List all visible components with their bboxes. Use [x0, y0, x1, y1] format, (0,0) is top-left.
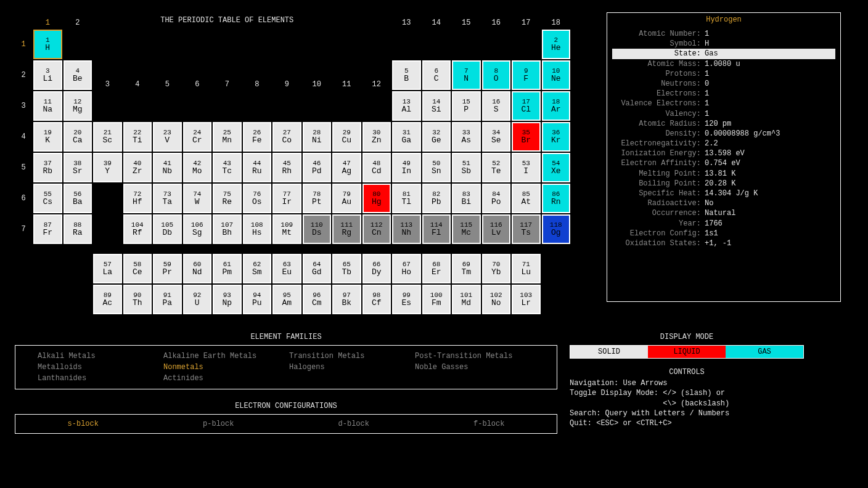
element-Sc[interactable]: 21Sc: [93, 122, 122, 152]
element-Ga[interactable]: 31Ga: [392, 122, 421, 152]
element-Md[interactable]: 101Md: [452, 285, 481, 314]
element-Ag[interactable]: 47Ag: [332, 153, 361, 182]
element-N[interactable]: 7N: [452, 60, 481, 90]
element-Ra[interactable]: 88Ra: [63, 214, 92, 244]
element-Hs[interactable]: 108Hs: [243, 214, 272, 244]
element-Te[interactable]: 52Te: [482, 153, 511, 182]
family-item[interactable]: Noble Gasses: [415, 363, 534, 372]
element-Sn[interactable]: 50Sn: [422, 153, 451, 182]
element-Tc[interactable]: 43Tc: [213, 153, 242, 182]
element-Rn[interactable]: 86Rn: [542, 184, 571, 213]
element-Rf[interactable]: 104Rf: [123, 214, 152, 244]
element-Mn[interactable]: 25Mn: [213, 122, 242, 152]
element-Co[interactable]: 27Co: [272, 122, 301, 152]
element-Yb[interactable]: 70Yb: [482, 254, 511, 283]
element-Db[interactable]: 105Db: [153, 214, 182, 244]
element-Sr[interactable]: 38Sr: [63, 153, 92, 182]
element-K[interactable]: 19K: [33, 122, 62, 152]
element-Si[interactable]: 14Si: [422, 91, 451, 121]
family-item[interactable]: Transition Metals: [289, 352, 409, 360]
element-Ti[interactable]: 22Ti: [123, 122, 152, 152]
element-Fm[interactable]: 100Fm: [422, 285, 451, 314]
family-item[interactable]: Alkali Metals: [38, 352, 157, 360]
element-Lu[interactable]: 71Lu: [512, 254, 541, 283]
element-Zr[interactable]: 40Zr: [123, 153, 152, 182]
block-item[interactable]: d-block: [338, 420, 369, 428]
element-Cl[interactable]: 17Cl: [512, 91, 541, 121]
element-Cf[interactable]: 98Cf: [362, 285, 391, 314]
element-Ca[interactable]: 20Ca: [63, 122, 92, 152]
element-Th[interactable]: 90Th: [123, 285, 152, 314]
element-Mo[interactable]: 42Mo: [183, 153, 212, 182]
element-Rh[interactable]: 45Rh: [272, 153, 301, 182]
element-Sm[interactable]: 62Sm: [243, 254, 272, 283]
element-Ac[interactable]: 89Ac: [93, 285, 122, 314]
element-Fe[interactable]: 26Fe: [243, 122, 272, 152]
element-Fr[interactable]: 87Fr: [33, 214, 62, 244]
element-Nb[interactable]: 41Nb: [153, 153, 182, 182]
family-item[interactable]: Alkaline Earth Metals: [163, 352, 283, 360]
element-Cu[interactable]: 29Cu: [332, 122, 361, 152]
element-B[interactable]: 5B: [392, 60, 421, 90]
element-I[interactable]: 53I: [512, 153, 541, 182]
mode-gas[interactable]: GAS: [726, 346, 803, 358]
element-Og[interactable]: 118Og: [542, 214, 571, 244]
element-Eu[interactable]: 63Eu: [272, 254, 301, 283]
element-S[interactable]: 16S: [482, 91, 511, 121]
element-Hg[interactable]: 80Hg: [362, 184, 391, 213]
family-item[interactable]: Post-Transition Metals: [415, 352, 534, 360]
element-Lr[interactable]: 103Lr: [512, 285, 541, 314]
element-H[interactable]: 1H: [33, 30, 62, 59]
element-La[interactable]: 57La: [93, 254, 122, 283]
element-Pr[interactable]: 59Pr: [153, 254, 182, 283]
element-C[interactable]: 6C: [422, 60, 451, 90]
element-In[interactable]: 49In: [392, 153, 421, 182]
family-item[interactable]: Halogens: [289, 363, 409, 372]
element-Ta[interactable]: 73Ta: [153, 184, 182, 213]
element-Bk[interactable]: 97Bk: [332, 285, 361, 314]
element-Lv[interactable]: 116Lv: [482, 214, 511, 244]
element-Ba[interactable]: 56Ba: [63, 184, 92, 213]
element-Tl[interactable]: 81Tl: [392, 184, 421, 213]
element-Mg[interactable]: 12Mg: [63, 91, 92, 121]
element-Ar[interactable]: 18Ar: [542, 91, 571, 121]
element-Pu[interactable]: 94Pu: [243, 285, 272, 314]
element-Ne[interactable]: 10Ne: [542, 60, 571, 90]
element-Cm[interactable]: 96Cm: [303, 285, 332, 314]
element-Li[interactable]: 3Li: [33, 60, 62, 90]
element-Rg[interactable]: 111Rg: [332, 214, 361, 244]
element-Mt[interactable]: 109Mt: [272, 214, 301, 244]
element-Am[interactable]: 95Am: [272, 285, 301, 314]
element-Y[interactable]: 39Y: [93, 153, 122, 182]
element-Se[interactable]: 34Se: [482, 122, 511, 152]
block-item[interactable]: p-block: [203, 420, 234, 428]
element-Al[interactable]: 13Al: [392, 91, 421, 121]
element-Rb[interactable]: 37Rb: [33, 153, 62, 182]
element-Ni[interactable]: 28Ni: [303, 122, 332, 152]
element-Pt[interactable]: 78Pt: [303, 184, 332, 213]
element-V[interactable]: 23V: [153, 122, 182, 152]
element-Pb[interactable]: 82Pb: [422, 184, 451, 213]
element-Tb[interactable]: 65Tb: [332, 254, 361, 283]
element-Es[interactable]: 99Es: [392, 285, 421, 314]
element-Bh[interactable]: 107Bh: [213, 214, 242, 244]
element-Hf[interactable]: 72Hf: [123, 184, 152, 213]
element-Cd[interactable]: 48Cd: [362, 153, 391, 182]
element-Ge[interactable]: 32Ge: [422, 122, 451, 152]
element-Np[interactable]: 93Np: [213, 285, 242, 314]
element-Ts[interactable]: 117Ts: [512, 214, 541, 244]
element-Tm[interactable]: 69Tm: [452, 254, 481, 283]
element-W[interactable]: 74W: [183, 184, 212, 213]
element-Po[interactable]: 84Po: [482, 184, 511, 213]
family-item[interactable]: Nonmetals: [163, 363, 283, 372]
element-Nd[interactable]: 60Nd: [183, 254, 212, 283]
element-Ho[interactable]: 67Ho: [392, 254, 421, 283]
element-Pm[interactable]: 61Pm: [213, 254, 242, 283]
element-Pa[interactable]: 91Pa: [153, 285, 182, 314]
element-Dy[interactable]: 66Dy: [362, 254, 391, 283]
mode-solid[interactable]: SOLID: [570, 346, 648, 358]
element-F[interactable]: 9F: [512, 60, 541, 90]
element-Ir[interactable]: 77Ir: [272, 184, 301, 213]
element-As[interactable]: 33As: [452, 122, 481, 152]
element-Xe[interactable]: 54Xe: [542, 153, 571, 182]
